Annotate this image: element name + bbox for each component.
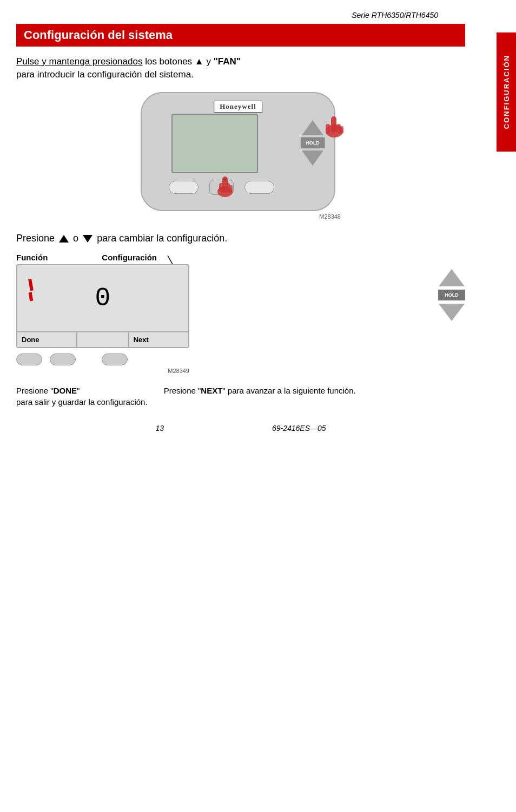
red-hand-up [318,112,345,144]
thermostat-diagram-top: Honeywell [141,92,341,220]
bottom-diagram-section: Función Configuración 0 [16,253,465,374]
page-footer: 13 69-2416ES—05 [16,424,465,433]
func-bar-2 [29,292,34,301]
done-explanation: Presione "DONE" para salir y guardar la … [16,385,148,408]
next-text-bold: NEXT [201,386,222,395]
page-number: 13 [155,424,164,433]
bottom-arrow-down[interactable] [439,304,465,321]
series-title: Serie RTH6350/RTH6450 [16,11,438,19]
press-prefix: Presione [16,233,55,244]
svg-rect-4 [229,185,233,193]
diagram2-label: M28349 [16,368,189,374]
diagram1-label: M28348 [141,213,341,220]
next-explanation: Presione "NEXT" para avanzar a la siguie… [164,385,356,396]
press-suffix: para cambiar la configuración. [97,233,227,244]
done-text-bold: DONE [54,386,77,395]
done-text-suffix: " [77,386,80,395]
thermostat-btn-right [244,181,274,194]
doc-number: 69-2416ES—05 [272,424,326,433]
next-text-rest: para avanzar a la siguiente función. [226,386,356,395]
thermostat-bottom-buttons [169,180,274,195]
next-button[interactable]: Next [129,332,188,347]
svg-rect-7 [326,124,330,134]
bottom-right-controls: HOLD [438,269,465,321]
bottom-oval-buttons [16,353,427,365]
oval-btn-2 [50,353,76,365]
intro-underline: Pulse y mantenga presionados [16,56,142,67]
labels-row: Función Configuración [16,253,189,262]
intro-rest: los botones [142,56,192,67]
thermostat-right-controls: HOLD [301,120,325,166]
oval-btn-1 [16,353,42,365]
intro-bold: "FAN" [214,56,241,67]
funcion-label: Función [16,253,48,262]
intro-end: para introducir la configuración del sis… [16,69,194,80]
bottom-hold-btn[interactable]: HOLD [438,290,465,300]
bottom-arrow-up[interactable] [439,269,465,286]
svg-rect-6 [331,116,336,133]
done-text-prefix: Presione " [16,386,54,395]
arrow-up-inline: ▲ [195,56,204,67]
screen-box: 0 Done Next [16,264,189,348]
screen-top-area: 0 [17,265,188,331]
oval-btn-3 [102,353,128,365]
arrow-up-icon [59,235,69,243]
function-indicator [29,279,32,301]
done-text-rest: para salir y guardar la configuración. [16,397,148,407]
red-hand-fan [215,171,235,200]
func-bar-1 [28,278,34,291]
thermostat-brand: Honeywell [214,101,262,113]
thermostat-btn-left [169,181,199,194]
screen-btn-spacer [77,332,129,347]
svg-rect-2 [219,183,223,193]
thermostat-screen [171,114,258,173]
thermostat-arrow-down[interactable] [302,150,323,166]
side-tab-label: CONFIGURACIÓN [502,55,511,129]
svg-rect-9 [340,126,343,134]
next-text-prefix: Presione " [164,386,201,395]
thermostat-body: Honeywell [141,92,335,211]
configuracion-label: Configuración [102,253,157,262]
done-button[interactable]: Done [17,332,77,347]
section-header: Configuración del sistema [16,24,465,47]
arrow-down-icon [83,235,92,243]
bottom-left-section: Función Configuración 0 [16,253,427,374]
screen-bottom-buttons: Done Next [17,331,188,347]
labels-container: Función Configuración [16,253,189,262]
config-digit: 0 [95,284,111,313]
side-tab: CONFIGURACIÓN [497,32,516,152]
press-arrows-line: Presione o para cambiar la configuración… [16,233,465,244]
intro-paragraph: Pulse y mantenga presionados los botones… [16,55,465,81]
bottom-text-row: Presione "DONE" para salir y guardar la … [16,385,465,408]
press-o: o [73,233,78,244]
